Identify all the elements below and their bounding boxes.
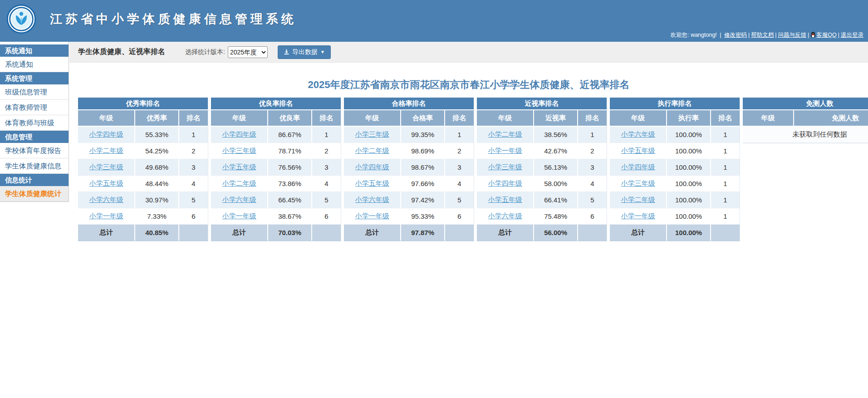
grade-link[interactable]: 小学四年级 [621, 163, 655, 171]
sidebar-item[interactable]: 体育教师与班级 [0, 115, 69, 131]
column-header: 排名 [179, 110, 208, 127]
grade-link[interactable]: 小学二年级 [89, 147, 123, 154]
page-title: 学生体质健康、近视率排名 [78, 47, 165, 57]
grade-link[interactable]: 小学五年级 [488, 196, 522, 203]
sidebar-item[interactable]: 学校体育年度报告 [0, 143, 69, 158]
column-header: 年级 [78, 110, 135, 127]
grade-link[interactable]: 小学二年级 [355, 147, 389, 154]
export-data-button[interactable]: 导出数据 ▼ [278, 45, 331, 59]
grade-link[interactable]: 小学一年级 [222, 212, 256, 220]
value-cell: 98.67% [401, 159, 445, 176]
rank-cell: 2 [578, 143, 607, 159]
grade-link[interactable]: 小学三年级 [621, 179, 655, 187]
total-value [179, 225, 208, 241]
rank-cell: 3 [312, 159, 341, 176]
total-label: 总计 [610, 225, 667, 241]
rank-table: 优良率排名年级优良率排名小学四年级86.67%1小学三年级78.71%2小学五年… [211, 98, 341, 241]
table-row: 小学三年级100.00%1 [610, 176, 740, 192]
table-row: 小学五年级100.00%1 [610, 143, 740, 159]
grade-link[interactable]: 小学四年级 [355, 163, 389, 171]
column-header: 年级 [344, 110, 401, 127]
sidebar-item[interactable]: 体育教师管理 [0, 100, 69, 115]
grade-link[interactable]: 小学五年级 [89, 179, 123, 187]
rank-cell: 2 [445, 143, 474, 159]
table-row: 小学四年级86.67%1 [211, 127, 341, 143]
column-header: 排名 [312, 110, 341, 127]
rank-cell: 1 [711, 143, 740, 159]
ranking-tables: 优秀率排名年级优秀率排名小学四年级55.33%1小学二年级54.25%2小学三年… [78, 98, 868, 241]
value-cell: 38.67% [268, 208, 312, 225]
grade-link[interactable]: 小学六年级 [222, 196, 256, 203]
rank-cell: 1 [445, 127, 474, 143]
user-bar: 欢迎您: wangtong! | 修改密码|帮助文档|问题与反馈|客服QQ|退出… [671, 31, 863, 39]
sidebar-item[interactable]: 系统通知 [0, 57, 69, 72]
total-row: 总计100.00% [610, 225, 740, 241]
grade-link[interactable]: 小学六年级 [488, 212, 522, 220]
caret-down-icon: ▼ [320, 49, 325, 54]
version-select[interactable]: 2025年度 [228, 46, 268, 58]
value-cell: 100.00% [667, 127, 711, 143]
table-row: 小学一年级42.67%2 [477, 143, 607, 159]
grade-cell: 小学四年级 [610, 159, 667, 176]
grade-link[interactable]: 小学一年级 [355, 212, 389, 220]
grade-cell: 小学四年级 [344, 159, 401, 176]
user-link-1[interactable]: 修改密码 [724, 32, 747, 38]
user-link-4[interactable]: 客服QQ [810, 32, 836, 38]
grade-link[interactable]: 小学一年级 [488, 147, 522, 154]
grade-cell: 小学五年级 [344, 176, 401, 192]
column-header: 优良率 [268, 110, 312, 127]
grade-cell: 小学一年级 [211, 208, 268, 225]
user-link-2[interactable]: 帮助文档 [751, 32, 774, 38]
download-icon [284, 49, 289, 55]
table-row: 小学一年级100.00%1 [610, 208, 740, 225]
total-row: 总计97.87% [344, 225, 474, 241]
value-cell: 100.00% [667, 208, 711, 225]
grade-link[interactable]: 小学三年级 [222, 147, 256, 154]
grade-cell: 小学六年级 [211, 192, 268, 208]
grade-link[interactable]: 小学三年级 [355, 130, 389, 138]
table-row: 小学一年级38.67%6 [211, 208, 341, 225]
grade-link[interactable]: 小学六年级 [89, 196, 123, 203]
table-row: 小学三年级49.68%3 [78, 159, 208, 176]
column-header: 年级 [477, 110, 534, 127]
grade-cell: 小学五年级 [211, 159, 268, 176]
sidebar-item[interactable]: 学生体质健康统计 [0, 186, 69, 201]
table-group-title: 执行率排名 [610, 98, 740, 110]
qq-penguin-icon [810, 32, 816, 39]
grade-link[interactable]: 小学二年级 [488, 130, 522, 138]
column-header: 排名 [445, 110, 474, 127]
total-value: 40.85% [135, 225, 179, 241]
grade-link[interactable]: 小学四年级 [488, 179, 522, 187]
table-row: 小学六年级30.97%5 [78, 192, 208, 208]
grade-link[interactable]: 小学五年级 [621, 147, 655, 154]
sidebar-item[interactable]: 班级信息管理 [0, 84, 69, 100]
value-cell: 66.41% [534, 192, 578, 208]
total-label: 总计 [477, 225, 534, 241]
table-row: 小学三年级56.13%3 [477, 159, 607, 176]
grade-link[interactable]: 小学四年级 [222, 130, 256, 138]
user-link-5[interactable]: 退出登录 [841, 32, 863, 38]
grade-link[interactable]: 小学六年级 [621, 130, 655, 138]
grade-link[interactable]: 小学一年级 [621, 212, 655, 220]
grade-link[interactable]: 小学三年级 [488, 163, 522, 171]
grade-link[interactable]: 小学一年级 [89, 212, 123, 220]
grade-link[interactable]: 小学五年级 [222, 163, 256, 171]
grade-cell: 小学四年级 [211, 127, 268, 143]
grade-cell: 小学五年级 [78, 176, 135, 192]
total-value: 97.87% [401, 225, 445, 241]
grade-link[interactable]: 小学四年级 [89, 130, 123, 138]
grade-link[interactable]: 小学五年级 [355, 179, 389, 187]
grade-link[interactable]: 小学二年级 [222, 179, 256, 187]
sidebar-item[interactable]: 学生体质健康信息 [0, 158, 69, 174]
user-link-3[interactable]: 问题与反馈 [778, 32, 807, 38]
grade-cell: 小学二年级 [344, 143, 401, 159]
table-row: 小学五年级76.56%3 [211, 159, 341, 176]
grade-link[interactable]: 小学三年级 [89, 163, 123, 171]
rank-cell: 4 [445, 176, 474, 192]
grade-cell: 小学二年级 [211, 176, 268, 192]
value-cell: 56.13% [534, 159, 578, 176]
grade-link[interactable]: 小学二年级 [621, 196, 655, 203]
total-row: 总计40.85% [78, 225, 208, 241]
grade-link[interactable]: 小学六年级 [355, 196, 389, 203]
table-row: 小学五年级48.44%4 [78, 176, 208, 192]
